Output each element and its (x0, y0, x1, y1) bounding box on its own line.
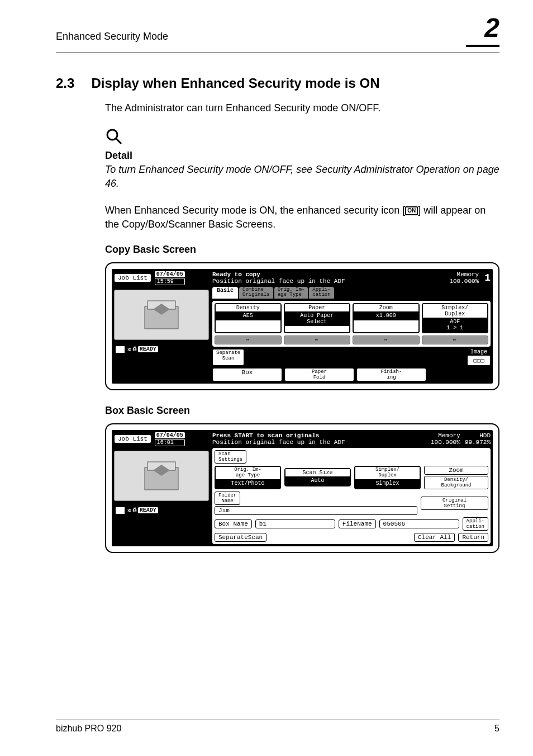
chapter-badge: 2 (466, 22, 499, 50)
tab-combine[interactable]: Combine Originals (239, 287, 273, 299)
original-setting-button[interactable]: Original Setting (421, 497, 488, 510)
paper-panel[interactable]: PaperAuto Paper Select (284, 303, 351, 333)
finishing-button[interactable]: Finish- ing (356, 368, 426, 381)
footer-page: 5 (494, 724, 499, 734)
section-number: 2.3 (56, 75, 74, 91)
status-ready: READY (138, 507, 158, 513)
section-title: Display when Enhanced Security mode is O… (91, 75, 379, 91)
copy-screen-heading: Copy Basic Screen (105, 244, 499, 256)
application-button[interactable]: Appli- cation (463, 517, 488, 531)
page-indicator: 1 (484, 272, 491, 284)
density-button[interactable]: Density/ Background (424, 476, 488, 489)
tab-basic[interactable]: Basic (212, 287, 238, 299)
security-on-icon: ON (405, 206, 418, 215)
separate-scan-button[interactable]: Separate Scan (212, 349, 244, 366)
gear-icon: ✲ (127, 346, 131, 353)
security-on-icon: ON (115, 345, 126, 354)
folder-name-button[interactable]: Folder Name (215, 492, 240, 505)
slot-empty: ⋯ (284, 336, 351, 344)
running-header: Enhanced Security Mode (56, 31, 168, 42)
separate-scan-button[interactable]: SeparateScan (215, 533, 266, 542)
memory-label: Memory (449, 271, 479, 278)
svg-line-1 (116, 139, 121, 144)
status-ready: READY (138, 346, 158, 352)
time-chip: 15:59 (155, 278, 185, 285)
density-panel[interactable]: DensityAES (215, 303, 282, 333)
copy-basic-screen: Job List 07/04/05 15:59 ON ✲ ⎙ READY (105, 262, 499, 390)
tab-application[interactable]: Appli- cation (309, 287, 334, 299)
image-button[interactable]: ▢▢▢ (467, 355, 491, 366)
box-button[interactable]: Box (212, 368, 282, 381)
scan-size-panel[interactable]: Scan SizeAuto (284, 468, 351, 486)
paper-fold-button[interactable]: Paper Fold (284, 368, 354, 381)
orig-type-panel[interactable]: Orig. Im- age TypeText/Photo (215, 466, 281, 489)
status-line-2: Position original face up in the ADF (212, 439, 345, 446)
printer-icon: ⎙ (133, 507, 136, 513)
mfd-illustration (114, 290, 209, 340)
duplex-panel[interactable]: Simplex/ DuplexADF 1 > 1 (422, 303, 489, 333)
box-name-value: b1 (255, 519, 335, 528)
hdd-label: HDD (465, 432, 491, 439)
memory-value: 100.000% (449, 278, 479, 285)
memory-value: 100.000% (431, 439, 460, 446)
slot-empty: ⋯ (353, 336, 420, 344)
slot-empty: ⋯ (422, 336, 489, 344)
svg-point-0 (107, 130, 117, 140)
mfd-illustration (114, 451, 209, 501)
scan-settings-tab[interactable]: Scan Settings (215, 450, 246, 464)
security-on-icon: ON (115, 506, 126, 515)
box-name-button[interactable]: Box Name (215, 519, 252, 528)
box-screen-heading: Box Basic Screen (105, 405, 499, 417)
filename-value: 050506 (379, 519, 459, 528)
status-line-1: Ready to copy (212, 271, 345, 278)
status-line-1: Press START to scan originals (212, 432, 345, 439)
intro-text: The Administrator can turn Enhanced Secu… (105, 101, 499, 115)
filename-button[interactable]: FileName (339, 519, 376, 528)
time-chip: 16:01 (155, 439, 185, 446)
magnifier-icon (105, 127, 499, 148)
duplex-panel[interactable]: Simplex/ DuplexSimplex (354, 466, 421, 489)
slot-empty: ⋯ (215, 336, 282, 344)
clear-all-button[interactable]: Clear All (414, 533, 455, 542)
hdd-value: 99.972% (465, 439, 491, 446)
detail-heading: Detail (105, 150, 499, 162)
image-label: Image (467, 349, 491, 355)
detail-text: To turn Enhanced Security mode ON/OFF, s… (105, 163, 499, 191)
return-button[interactable]: Return (458, 533, 488, 542)
status-line-2: Position original face up in the ADF (212, 278, 345, 285)
tab-orig-image[interactable]: Orig. Im- age Type (274, 287, 308, 299)
job-list-button[interactable]: Job List (114, 434, 151, 443)
job-list-button[interactable]: Job List (114, 273, 151, 282)
folder-value: Jim (215, 506, 417, 515)
zoom-panel[interactable]: Zoomx1.000 (353, 303, 420, 333)
date-chip: 07/04/05 (155, 432, 185, 438)
footer-product: bizhub PRO 920 (56, 724, 121, 734)
printer-icon: ⎙ (133, 346, 136, 352)
date-chip: 07/04/05 (155, 271, 185, 277)
memory-label: Memory (431, 432, 460, 439)
gear-icon: ✲ (127, 507, 131, 514)
chapter-number: 2 (484, 12, 499, 43)
icon-paragraph: When Enhanced Security mode is ON, the e… (105, 204, 499, 231)
box-basic-screen: Job List 07/04/05 16:01 ON ✲ ⎙ READY (105, 423, 499, 553)
zoom-button[interactable]: Zoom (424, 466, 488, 475)
